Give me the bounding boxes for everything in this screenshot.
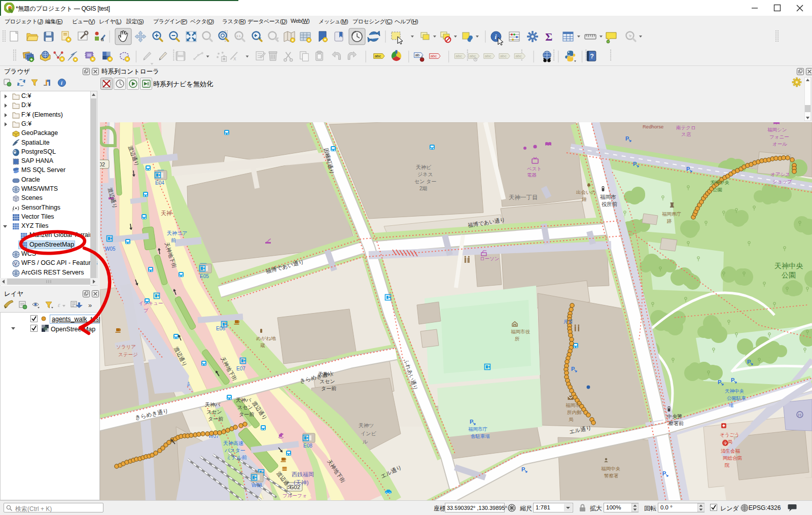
svg-text:インキュー: インキュー [138,300,163,306]
svg-text:跡: 跡 [666,218,672,224]
svg-text:E05: E05 [200,273,209,279]
svg-text:スセン: スセン [320,379,335,384]
svg-text:福岡市: 福岡市 [600,194,616,200]
svg-text:H: H [798,413,802,418]
svg-text:岡総合病: 岡総合病 [723,455,742,461]
svg-text:インビ: インビ [361,431,376,436]
svg-text:鐘: 鐘 [582,196,587,202]
svg-text:P: P [662,470,666,476]
svg-text:Redhorse: Redhorse [643,124,663,129]
svg-text:agents_walk_test: agents_walk_test [52,316,100,323]
svg-text:abc: abc [375,54,381,58]
svg-text:P: P [718,379,721,385]
svg-text:ステージ: ステージ [118,352,138,357]
svg-text:西鉄福岡: 西鉄福岡 [292,471,314,477]
svg-text:ε: ε [58,301,60,308]
svg-text:abc: abc [455,54,462,58]
svg-text:天神一丁目: 天神一丁目 [509,194,538,200]
svg-text:薬局: 薬局 [723,439,732,444]
svg-text:P: P [625,135,629,142]
svg-text:天神中央: 天神中央 [710,180,729,185]
svg-text:ター前: ター前 [208,416,223,422]
svg-text:abc: abc [431,54,437,58]
svg-text:W05: W05 [105,246,116,252]
svg-text:スセン: スセン [237,404,253,410]
svg-text:福岡県庁: 福岡県庁 [662,211,682,217]
svg-text:P: P [521,466,525,472]
svg-text:天神高速: 天神高速 [223,440,243,446]
svg-text:ソラリア: ソラリア [116,344,136,350]
svg-text:そうごう: そうごう [720,432,739,437]
svg-text:2期: 2期 [419,186,428,191]
svg-text:x: x [233,55,236,61]
svg-text:出会いの: 出会いの [576,189,595,195]
svg-text:福岡市役: 福岡市役 [511,329,531,334]
svg-text:バスター: バスター [224,448,245,453]
svg-text:ミナル前: ミナル前 [226,455,247,460]
svg-text:(天神): (天神) [294,479,308,486]
svg-text:abc: abc [485,54,491,58]
svg-text:福岡市: 福岡市 [566,402,580,408]
svg-text:V: V [14,261,17,266]
svg-text:公園: 公園 [713,187,722,192]
svg-text:所内郵: 所内郵 [567,409,582,415]
svg-text:OpenStreetMap: OpenStreetMap [51,326,95,333]
svg-text:天神バ: 天神バ [205,402,221,407]
svg-text:ター前: ター前 [321,386,336,391]
svg-text:オール: オール [772,141,787,147]
svg-text:南テクロ: 南テクロ [676,125,696,130]
svg-text:1:1: 1:1 [236,35,241,38]
svg-text:i: i [495,33,497,41]
svg-text:ショップ: ショップ [772,179,792,184]
svg-text:中央警: 中央警 [667,414,682,419]
svg-text:舎駐車場: 舎駐車場 [471,433,490,439]
svg-text:蔵: 蔵 [260,342,265,348]
svg-text:»: » [88,301,92,309]
svg-text:スセン: スセン [206,409,222,415]
svg-text:セン ター: セン ター [414,179,436,184]
svg-text:オアシス: オアシス [770,171,790,177]
svg-text:W08: W08 [252,483,262,488]
svg-text:天神バ: 天神バ [318,371,334,377]
svg-text:天神: 天神 [161,210,172,216]
svg-text:福岡市庁: 福岡市庁 [468,426,488,432]
svg-text:天神中央: 天神中央 [725,388,744,394]
svg-text:abc: abc [500,54,507,58]
svg-text:ジネス: ジネス [417,171,433,177]
svg-text:公園駐車: 公園駐車 [727,395,747,401]
svg-text:所: 所 [515,336,520,341]
svg-text:abc: abc [515,54,522,58]
svg-text:E08: E08 [303,443,312,449]
svg-text:ベスト: ベスト [527,166,542,171]
svg-text:a: a [101,37,104,42]
svg-text:?: ? [590,53,594,60]
svg-text:ル: ル [363,439,368,444]
svg-text:警察署: 警察署 [604,473,619,478]
svg-text:天神ビ: 天神ビ [416,164,432,170]
svg-text:天神ツ: 天神ツ [359,423,374,428]
svg-text:P: P [731,377,734,383]
svg-text:院: 院 [725,462,730,468]
svg-text:ab: ab [415,53,420,57]
svg-text:E06: E06 [216,326,225,331]
svg-text:天神コア: 天神コア [167,230,187,236]
svg-text:P: P [470,419,473,425]
svg-text:P: P [747,359,751,365]
svg-text:福岡シン: 福岡シン [767,127,787,132]
svg-text:場: 場 [728,402,734,408]
svg-text:E07: E07 [236,366,245,371]
svg-text:めがね地: めがね地 [256,335,276,341]
svg-text:02: 02 [100,161,105,167]
svg-text:ター前: ター前 [239,411,254,417]
svg-text:福岡中央: 福岡中央 [601,466,620,471]
svg-text:前: 前 [171,237,176,243]
svg-text:ブ: ブ [144,307,149,313]
svg-text:ス店: ス店 [681,131,691,137]
svg-text:電器: 電器 [527,172,537,178]
svg-text:月斎: 月斎 [563,319,573,324]
svg-text:フォニー: フォニー [769,134,789,140]
svg-text:ローソン: ローソン [480,256,500,261]
svg-text:局: 局 [569,417,574,422]
svg-text:E04: E04 [155,180,164,186]
svg-text:公園: 公園 [782,271,796,279]
